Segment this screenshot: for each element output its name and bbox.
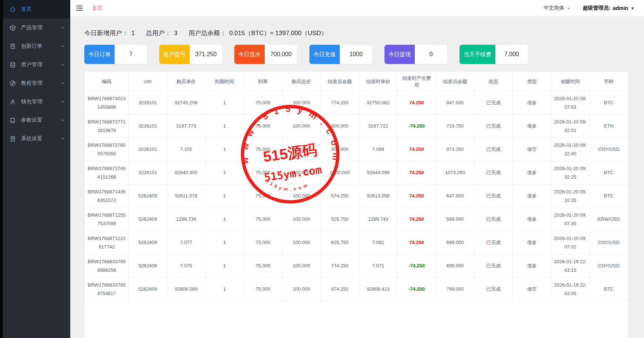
stat-value: 3 xyxy=(174,30,177,37)
clipboard-icon xyxy=(9,43,16,50)
cell-status: 已完成 xyxy=(474,231,513,254)
stat-value: 1 xyxy=(131,30,135,37)
cell-rate: 75.000 xyxy=(244,185,282,208)
sidebar-item-label: 用户管理 xyxy=(21,61,61,68)
cell-rate: 75.000 xyxy=(244,115,282,138)
sidebar-item-4[interactable]: 教程管理 xyxy=(3,74,70,92)
column-header-6: 结束后余额 xyxy=(321,72,359,91)
column-header-12: 创建时间 xyxy=(551,72,590,91)
cell-end_balance_b: 973.250 xyxy=(436,138,474,161)
card-label: 客户盈亏 xyxy=(159,45,190,64)
stat-value: 0.015（BTC）≈ 1397.000（USD） xyxy=(229,29,327,37)
stat-card-0: 今日订单7 xyxy=(84,45,147,64)
cell-created_at: 2026-01-20 09:32:51 xyxy=(551,115,590,138)
cell-expire_days: 1 xyxy=(205,231,244,254)
cell-uid: 5262409 xyxy=(129,185,167,208)
cell-created_at: 2026-01-20 09:32:40 xyxy=(551,138,590,161)
column-header-11: 类型 xyxy=(513,72,551,91)
cell-status: 已完成 xyxy=(474,278,513,301)
column-header-5: 购买总价 xyxy=(282,72,321,91)
stat-label: 用户总余额： xyxy=(189,29,226,37)
sidebar-item-label: 系统设置 xyxy=(21,135,61,142)
sidebar-item-2[interactable]: 创新订单 xyxy=(3,37,70,55)
cell-expire_days: 1 xyxy=(205,208,244,231)
cell-created_at: 2026-01-19 22:43:15 xyxy=(551,254,590,278)
cell-coin: ETH xyxy=(590,115,628,138)
sidebar-item-7[interactable]: 系统设置 xyxy=(3,129,70,148)
cell-coin: CNY/USD xyxy=(590,254,628,278)
table-body: BRW17688730231455896322610192745.206175.… xyxy=(85,91,628,301)
cell-uid: 5262409 xyxy=(129,208,167,231)
summary-stat-0: 今日新增用户：1 xyxy=(84,29,135,37)
doc-icon xyxy=(9,135,16,142)
cell-fee: 74.250 xyxy=(397,185,436,208)
cell-fee: 74.250 xyxy=(397,91,436,115)
column-header-9: 结束后余额 xyxy=(436,72,474,91)
column-header-4: 利率 xyxy=(244,72,282,91)
cell-buy_price: 7.100 xyxy=(167,138,205,161)
cell-buy_total: 100.000 xyxy=(282,115,321,138)
sidebar-fold-icon[interactable] xyxy=(76,5,83,11)
chevron-down-icon xyxy=(61,99,65,104)
cell-type: 借多 xyxy=(513,254,551,278)
left-edge-strip xyxy=(0,0,3,338)
cell-expire_days: 1 xyxy=(205,254,244,278)
table-row: BRW1768833795888625852624097.075175.0001… xyxy=(85,254,628,278)
chevron-down-icon xyxy=(567,6,571,10)
cell-created_at: 2026-01-19 22:43:05 xyxy=(551,278,590,301)
cell-buy_total: 100.000 xyxy=(282,185,321,208)
cell-expire_days: 1 xyxy=(205,185,244,208)
stat-label: 今日新增用户： xyxy=(84,29,128,37)
cell-uid: 5262409 xyxy=(129,254,167,278)
breadcrumb[interactable]: 首页 xyxy=(92,5,102,11)
table-row: BRW17688337854754617526240992806.089175.… xyxy=(85,278,628,301)
cell-type: 借多 xyxy=(513,161,551,185)
cell-expire_days: 1 xyxy=(205,278,244,301)
cell-end_balance_b: 699.000 xyxy=(436,231,474,254)
sidebar-item-label: 首页 xyxy=(21,6,65,13)
admin-menu[interactable]: 超级管理员: admin ▼ xyxy=(583,5,634,11)
sidebar-item-5[interactable]: 钱包管理 xyxy=(3,92,70,111)
cell-type: 借多 xyxy=(513,185,551,208)
cell-code: BRW1768871222817742 xyxy=(85,231,129,254)
cell-end_balance_b: 847.500 xyxy=(436,91,474,115)
cell-rate: 75.000 xyxy=(244,91,282,115)
cell-code: BRW17688727712819876 xyxy=(85,115,129,138)
admin-username: admin xyxy=(613,5,628,11)
summary-stats: 今日新增用户：1总用户：3用户总余额：0.015（BTC）≈ 1397.000（… xyxy=(84,29,628,37)
cell-created_at: 2026-01-20 09:37:03 xyxy=(551,91,590,115)
table-row: BRW17688730231455896322610192745.206175.… xyxy=(85,91,628,115)
card-value: 1000 xyxy=(340,45,372,64)
stat-cards: 今日订单7客户盈亏371.250今日流水700.000今日充值1000今日提现0… xyxy=(84,45,628,64)
cell-end_unit_price: 7.071 xyxy=(359,254,397,278)
cell-buy_total: 100.000 xyxy=(282,254,321,278)
cell-end_balance_b: 647.500 xyxy=(436,185,474,208)
cell-type: 借多 xyxy=(513,91,551,115)
cell-buy_total: 100.000 xyxy=(282,231,321,254)
cell-rate: 75.000 xyxy=(244,278,282,301)
cell-buy_price: 7.077 xyxy=(167,231,205,254)
admin-role-label: 超级管理员: xyxy=(583,5,610,11)
card-value: 7 xyxy=(115,45,147,64)
cell-fee: 74.250 xyxy=(397,208,436,231)
cell-buy_price: 92806.089 xyxy=(167,278,205,301)
cell-status: 已完成 xyxy=(474,208,513,231)
cell-end_balance_b: 799.000 xyxy=(436,278,474,301)
book-icon xyxy=(9,117,16,124)
cell-coin: CNY/USD xyxy=(590,231,628,254)
cell-end_balance_a: 574.250 xyxy=(321,185,359,208)
sidebar-item-0[interactable]: 首页 xyxy=(3,0,70,18)
chevron-down-icon xyxy=(61,118,65,122)
card-label: 今日充值 xyxy=(309,45,340,64)
sidebar-item-6[interactable]: 参数设置 xyxy=(3,111,70,129)
cell-end_balance_b: 599.000 xyxy=(436,208,474,231)
language-selector[interactable]: 中文简体 xyxy=(543,5,571,11)
column-header-1: UID xyxy=(129,72,167,91)
cell-type: 借空 xyxy=(513,138,551,161)
sidebar-item-3[interactable]: 用户管理 xyxy=(3,55,70,74)
column-header-8: 结束时产生费用 xyxy=(397,72,436,91)
cell-coin: CNY/USD xyxy=(590,138,628,161)
cell-status: 已完成 xyxy=(474,138,513,161)
sidebar-item-1[interactable]: 产品管理 xyxy=(3,18,70,37)
cell-type: 借多 xyxy=(513,231,551,254)
